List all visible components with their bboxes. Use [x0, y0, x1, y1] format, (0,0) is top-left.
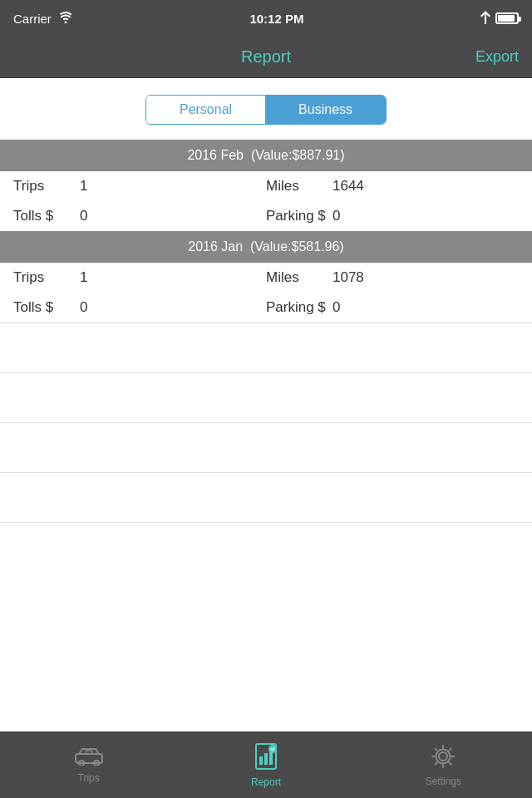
trips-value-jan: 1 [80, 269, 146, 286]
tab-report[interactable]: Report [177, 743, 354, 788]
nav-title: Report [241, 47, 291, 66]
tolls-value-jan: 0 [80, 299, 146, 316]
parking-value-jan: 0 [332, 299, 399, 316]
tolls-value: 0 [80, 208, 146, 224]
location-icon [480, 11, 490, 27]
tab-bar: Trips Report Settings [0, 732, 532, 798]
parking-label: Parking $ [266, 208, 332, 224]
table-row: Trips 1 Miles 1644 [0, 171, 532, 201]
main-content: Personal Business 2016 Feb (Value:$887.9… [0, 78, 532, 732]
export-button[interactable]: Export [475, 48, 519, 66]
status-bar-left: Carrier [13, 12, 73, 26]
miles-label: Miles [266, 178, 332, 195]
tolls-label-jan: Tolls $ [13, 299, 80, 316]
segment-control: Personal Business [145, 95, 387, 125]
svg-rect-5 [259, 756, 263, 765]
table-row: Tolls $ 0 Parking $ 0 [0, 201, 532, 231]
trips-label: Trips [13, 178, 80, 195]
trips-tab-icon [75, 747, 103, 769]
report-tab-label: Report [251, 776, 281, 788]
miles-value: 1644 [332, 178, 399, 195]
svg-point-9 [439, 752, 447, 761]
nav-bar: Report Export [0, 37, 532, 78]
svg-rect-6 [264, 753, 268, 765]
battery-icon [495, 12, 519, 24]
empty-row-2 [0, 373, 532, 423]
parking-label-jan: Parking $ [266, 299, 332, 316]
segment-container: Personal Business [0, 78, 532, 140]
status-bar: Carrier 10:12 PM [0, 0, 532, 37]
trips-tab-label: Trips [78, 772, 100, 784]
section-header-feb: 2016 Feb (Value:$887.91) [0, 140, 532, 171]
status-bar-right [480, 11, 519, 27]
empty-row-4 [0, 473, 532, 523]
parking-value: 0 [332, 208, 399, 224]
segment-business[interactable]: Business [265, 96, 386, 124]
settings-tab-icon [431, 744, 456, 772]
svg-rect-3 [86, 751, 92, 754]
carrier-label: Carrier [13, 12, 52, 26]
report-tab-icon [254, 743, 278, 773]
table-row: Tolls $ 0 Parking $ 0 [0, 293, 532, 323]
section-feb: Trips 1 Miles 1644 Tolls $ 0 Parking $ 0 [0, 171, 532, 231]
status-bar-time: 10:12 PM [249, 12, 303, 26]
tab-trips[interactable]: Trips [0, 747, 177, 784]
segment-personal[interactable]: Personal [146, 96, 265, 124]
miles-label-jan: Miles [266, 269, 332, 286]
settings-tab-label: Settings [426, 776, 461, 787]
tab-settings[interactable]: Settings [355, 744, 532, 787]
section-jan: Trips 1 Miles 1078 Tolls $ 0 Parking $ 0 [0, 263, 532, 323]
trips-label-jan: Trips [13, 269, 80, 286]
miles-value-jan: 1078 [332, 269, 399, 286]
wifi-icon [58, 12, 73, 26]
empty-row-1 [0, 323, 532, 373]
trips-value: 1 [80, 178, 146, 195]
tolls-label: Tolls $ [13, 208, 80, 224]
table-row: Trips 1 Miles 1078 [0, 263, 532, 293]
empty-row-3 [0, 423, 532, 473]
section-header-jan: 2016 Jan (Value:$581.96) [0, 231, 532, 263]
